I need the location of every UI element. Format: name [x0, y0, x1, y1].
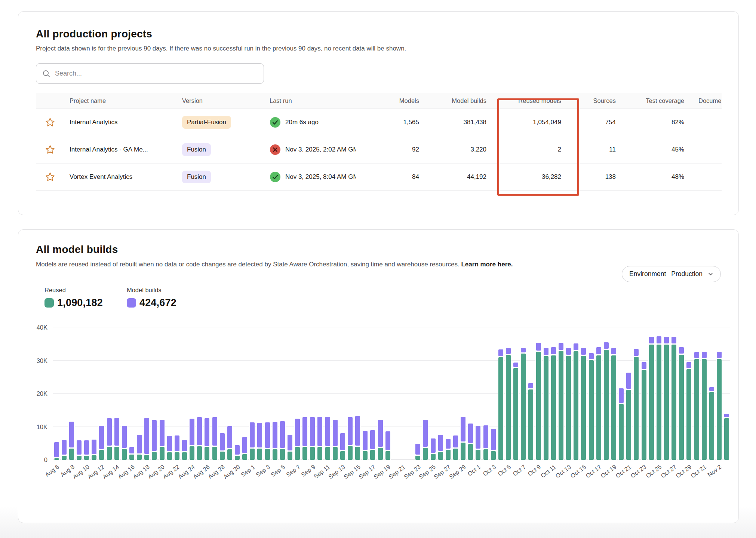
bar-aug-15[interactable] — [120, 319, 128, 460]
bar-aug-22[interactable] — [173, 319, 181, 460]
table-row[interactable]: Internal Analytics - GA Me... Fusion Nov… — [36, 136, 722, 163]
favorite-star-icon[interactable] — [36, 172, 64, 182]
column-header-sources[interactable]: Sources — [571, 97, 618, 104]
bar-sep-11[interactable] — [324, 319, 331, 460]
bar-oct-12[interactable] — [557, 319, 565, 460]
bar-nov-1[interactable] — [708, 319, 715, 460]
bar-aug-18[interactable] — [143, 319, 151, 460]
bar-oct-16[interactable] — [587, 319, 595, 460]
bar-aug-6[interactable] — [53, 319, 60, 460]
environment-dropdown[interactable]: Environment Production — [622, 266, 721, 282]
bar-nov-3[interactable] — [723, 319, 731, 460]
bar-aug-21[interactable] — [166, 319, 173, 460]
bar-oct-13[interactable] — [565, 319, 572, 460]
bar-sep-15[interactable] — [354, 319, 362, 460]
project-search[interactable] — [36, 63, 264, 84]
bar-sep-2[interactable] — [256, 319, 264, 460]
bar-oct-8[interactable] — [527, 319, 535, 460]
bar-oct-5[interactable] — [504, 319, 512, 460]
bar-aug-20[interactable] — [158, 319, 166, 460]
column-header-test-coverage[interactable]: Test coverage — [618, 97, 689, 104]
project-name-link[interactable]: Internal Analytics - GA Me... — [70, 146, 148, 153]
bar-oct-23[interactable] — [640, 319, 648, 460]
bar-sep-18[interactable] — [377, 319, 384, 460]
column-header-reused-models[interactable]: Reused models — [486, 97, 571, 104]
bar-oct-6[interactable] — [512, 319, 520, 460]
column-header-documentation-coverage[interactable]: Documentation coverage — [689, 97, 721, 104]
bar-sep-17[interactable] — [369, 319, 377, 460]
search-input[interactable] — [55, 70, 258, 77]
learn-more-link[interactable]: Learn more here. — [461, 261, 513, 268]
bar-oct-14[interactable] — [572, 319, 580, 460]
bar-aug-13[interactable] — [105, 319, 113, 460]
bar-oct-30[interactable] — [693, 319, 700, 460]
column-header-models[interactable]: Models — [356, 97, 419, 104]
bar-oct-2[interactable] — [482, 319, 489, 460]
bar-sep-9[interactable] — [309, 319, 316, 460]
bar-oct-25[interactable] — [655, 319, 663, 460]
bar-oct-1[interactable] — [474, 319, 482, 460]
bar-sep-22[interactable] — [407, 319, 414, 460]
bar-aug-19[interactable] — [151, 319, 158, 460]
bar-sep-3[interactable] — [264, 319, 271, 460]
bar-aug-16[interactable] — [128, 319, 135, 460]
bar-aug-25[interactable] — [196, 319, 203, 460]
bar-aug-8[interactable] — [68, 319, 75, 460]
bar-oct-21[interactable] — [625, 319, 633, 460]
bar-sep-23[interactable] — [414, 319, 422, 460]
bar-sep-27[interactable] — [444, 319, 452, 460]
bar-oct-19[interactable] — [610, 319, 617, 460]
bar-oct-15[interactable] — [580, 319, 587, 460]
favorite-star-icon[interactable] — [36, 144, 64, 155]
bar-sep-29[interactable] — [460, 319, 467, 460]
bar-aug-11[interactable] — [90, 319, 98, 460]
bar-aug-27[interactable] — [211, 319, 218, 460]
bar-aug-10[interactable] — [83, 319, 90, 460]
table-row[interactable]: Vortex Event Analytics Fusion Nov 3, 202… — [36, 163, 722, 190]
bar-nov-2[interactable] — [715, 319, 723, 460]
bar-sep-21[interactable] — [399, 319, 406, 460]
bar-aug-23[interactable] — [181, 319, 188, 460]
bar-sep-19[interactable] — [384, 319, 391, 460]
favorite-star-icon[interactable] — [36, 117, 64, 128]
bar-sep-4[interactable] — [271, 319, 279, 460]
bar-oct-10[interactable] — [542, 319, 550, 460]
bar-sep-16[interactable] — [362, 319, 369, 460]
bar-aug-7[interactable] — [60, 319, 68, 460]
bar-aug-29[interactable] — [226, 319, 233, 460]
bar-oct-7[interactable] — [520, 319, 527, 460]
column-header-last-run[interactable]: Last run — [262, 97, 356, 104]
bar-oct-26[interactable] — [663, 319, 670, 460]
bar-sep-14[interactable] — [346, 319, 354, 460]
bar-oct-27[interactable] — [670, 319, 678, 460]
column-header-version[interactable]: Version — [176, 97, 262, 104]
bar-oct-31[interactable] — [700, 319, 708, 460]
bar-sep-30[interactable] — [467, 319, 474, 460]
bar-oct-28[interactable] — [678, 319, 685, 460]
bar-oct-20[interactable] — [618, 319, 625, 460]
column-header-project-name[interactable]: Project name — [64, 97, 176, 104]
bar-sep-7[interactable] — [294, 319, 301, 460]
column-header-model-builds[interactable]: Model builds — [419, 97, 486, 104]
bar-aug-17[interactable] — [136, 319, 143, 460]
project-name-link[interactable]: Internal Analytics — [70, 119, 118, 126]
bar-sep-10[interactable] — [316, 319, 324, 460]
bar-sep-13[interactable] — [339, 319, 346, 460]
bar-oct-3[interactable] — [489, 319, 497, 460]
bar-sep-26[interactable] — [437, 319, 444, 460]
bar-sep-25[interactable] — [429, 319, 437, 460]
bar-aug-26[interactable] — [203, 319, 211, 460]
bar-aug-28[interactable] — [218, 319, 226, 460]
bar-aug-24[interactable] — [188, 319, 196, 460]
bar-oct-22[interactable] — [633, 319, 640, 460]
bar-oct-29[interactable] — [685, 319, 693, 460]
bar-oct-18[interactable] — [602, 319, 610, 460]
bar-oct-9[interactable] — [535, 319, 542, 460]
bar-sep-8[interactable] — [301, 319, 309, 460]
bar-oct-11[interactable] — [550, 319, 557, 460]
bar-oct-24[interactable] — [648, 319, 655, 460]
bar-aug-30[interactable] — [233, 319, 241, 460]
bar-aug-12[interactable] — [98, 319, 105, 460]
table-row[interactable]: Internal Analytics Partial-Fusion 20m 6s… — [36, 108, 722, 136]
bar-sep-24[interactable] — [422, 319, 429, 460]
